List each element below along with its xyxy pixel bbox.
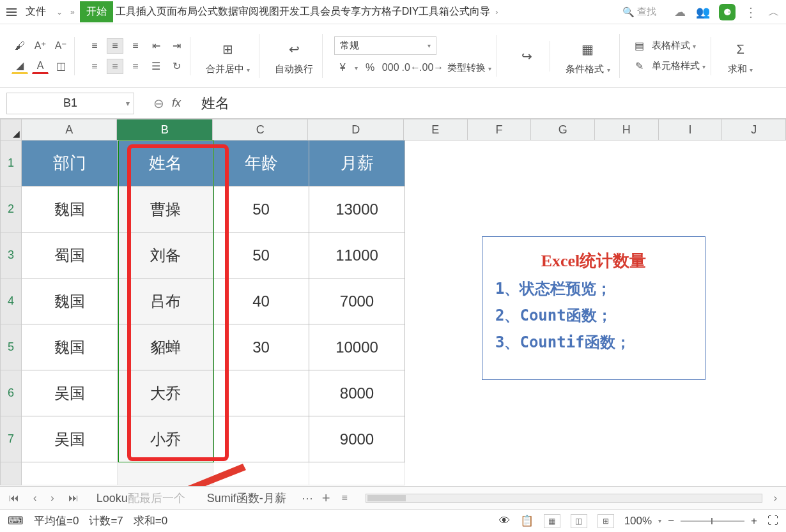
zoom-minus-icon[interactable]: − [668,515,674,528]
cell-D6[interactable]: 8000 [309,370,405,416]
sheet-list-icon[interactable]: ≡ [339,492,350,504]
grid-body[interactable]: 部门 姓名 年龄 月薪 魏国 曹操 50 13000 蜀国 刘备 50 1100… [22,141,405,485]
cell-A3[interactable]: 蜀国 [22,232,118,278]
align-middle-icon[interactable]: ≡ [107,38,123,54]
tabs-prev-icon[interactable]: » [70,8,75,17]
highlight-color-icon[interactable]: ◢ [12,59,28,74]
table-style-label[interactable]: 表格样式 [652,40,690,50]
tab-home[interactable]: 开始 [80,1,113,22]
row-header-7[interactable]: 7 [0,416,22,462]
cloud-icon[interactable]: ☁ [673,5,687,19]
fullscreen-icon[interactable]: ⛶ [767,515,778,528]
col-header-C[interactable]: C [213,119,309,141]
col-header-F[interactable]: F [468,119,532,141]
scrollbar-thumb[interactable] [367,495,406,501]
cell-A7[interactable]: 吴国 [22,416,118,462]
name-box[interactable]: B1 ▾ [6,93,134,114]
file-dropdown-icon[interactable]: ⌄ [56,8,63,17]
cell-D4[interactable]: 7000 [309,278,405,324]
fx-icon[interactable]: fx [172,96,181,110]
sheet-nav-next-icon[interactable]: › [48,492,56,504]
col-header-I[interactable]: I [659,119,723,141]
col-header-A[interactable]: A [22,119,118,141]
cell-D2[interactable]: 13000 [309,186,405,232]
search-input[interactable]: 🔍 查找 [615,3,664,20]
share-icon[interactable]: 👥 [696,5,710,19]
cell-B6[interactable]: 大乔 [118,370,213,416]
format-painter-icon[interactable]: 🖌 [12,38,28,54]
cell-A6[interactable]: 吴国 [22,370,118,416]
align-top-icon[interactable]: ≡ [86,38,103,54]
col-header-B[interactable]: B [117,119,213,141]
col-header-E[interactable]: E [404,119,468,141]
zoom-slider[interactable] [681,521,744,522]
merge-center-button[interactable]: ⊞ 合并居中 ▾ [202,35,254,77]
font-increase-icon[interactable]: A⁺ [32,38,49,54]
cell-C7[interactable] [213,416,309,462]
hamburger-icon[interactable] [5,6,18,19]
view-page-icon[interactable]: ◫ [571,514,587,528]
type-convert-label[interactable]: 类型转换 [447,62,486,73]
cell-C4[interactable]: 40 [213,278,309,324]
sheet-nav-last-icon[interactable]: ⏭ [66,492,81,504]
cell-D5[interactable]: 10000 [309,324,405,370]
clipboard-icon[interactable]: 📋 [520,514,534,528]
table-style-icon[interactable]: ▤ [631,38,648,54]
redo-button[interactable]: ↪ [509,42,544,70]
align-bottom-icon[interactable]: ≡ [127,38,144,54]
col-header-H[interactable]: H [595,119,659,141]
sheet-tab-2[interactable]: Sumif函数-月薪 [201,488,293,508]
cell-C5[interactable]: 30 [213,324,309,370]
indent-increase-icon[interactable]: ⇥ [168,38,185,54]
cell-A5[interactable]: 魏国 [22,324,118,370]
cond-format-button[interactable]: ▦ 条件格式 ▾ [562,35,613,77]
cell-style-label[interactable]: 单元格样式 [652,60,700,71]
cell-A8[interactable] [22,462,118,485]
file-menu[interactable]: 文件 [20,3,51,21]
cell-B4[interactable]: 吕布 [118,278,213,324]
align-center-icon[interactable]: ≡ [107,59,123,74]
cell-D8[interactable] [309,462,405,485]
cell-D3[interactable]: 11000 [309,232,405,278]
cell-D1[interactable]: 月薪 [309,141,405,186]
cell-A4[interactable]: 魏国 [22,278,118,324]
formula-input[interactable]: 姓名 [201,94,229,113]
cell-C1[interactable]: 年龄 [213,141,309,186]
wrap-text-button[interactable]: ↩ 自动换行 [271,35,317,77]
collapse-ribbon-icon[interactable]: ︿ [767,5,781,19]
row-header-6[interactable]: 6 [0,370,22,416]
cell-B7[interactable]: 小乔 [118,416,213,462]
view-break-icon[interactable]: ⊞ [597,514,614,528]
cell-D7[interactable]: 9000 [309,416,405,462]
row-header-2[interactable]: 2 [0,186,22,232]
view-normal-icon[interactable]: ▦ [544,514,560,528]
eye-icon[interactable]: 👁 [499,515,510,528]
orientation-icon[interactable]: ↻ [168,59,185,74]
cell-C2[interactable]: 50 [213,186,309,232]
add-sheet-icon[interactable]: + [322,490,330,506]
cell-style-icon[interactable]: ✎ [631,59,648,74]
font-color-icon[interactable]: A [32,59,49,74]
col-header-J[interactable]: J [722,119,786,141]
col-header-G[interactable]: G [531,119,595,141]
cell-C8[interactable] [213,462,309,485]
scroll-right-icon[interactable]: › [771,492,780,504]
cell-B3[interactable]: 刘备 [118,232,213,278]
name-box-dropdown-icon[interactable]: ▾ [126,99,130,108]
col-header-D[interactable]: D [308,119,404,141]
cell-B5[interactable]: 貂蝉 [118,324,213,370]
sum-button[interactable]: Σ 求和 ▾ [723,35,759,77]
sheet-tab-1[interactable]: Looku配最后一个 [90,488,192,508]
align-right-icon[interactable]: ≡ [127,59,144,74]
horizontal-scrollbar[interactable] [366,494,762,503]
cell-A2[interactable]: 魏国 [22,186,118,232]
sheet-more-icon[interactable]: ⋯ [302,491,313,505]
select-all-corner[interactable]: ◢ [0,119,22,141]
align-left-icon[interactable]: ≡ [86,59,103,74]
percent-icon[interactable]: % [362,60,378,75]
row-header-1[interactable]: 1 [0,141,22,186]
sheet-nav-first-icon[interactable]: ⏮ [6,492,22,504]
cell-B8[interactable] [118,462,213,485]
comma-icon[interactable]: 000 [382,60,399,75]
number-format-select[interactable]: 常规 ▾ [334,36,436,55]
